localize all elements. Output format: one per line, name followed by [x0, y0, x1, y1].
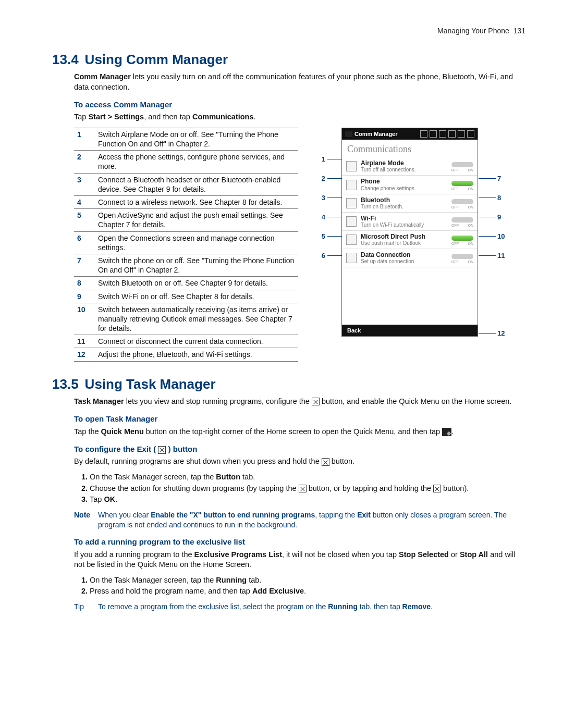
signal-1x-icon	[430, 130, 437, 138]
section-num: 13.4	[52, 52, 79, 67]
callout-left: 2	[316, 174, 325, 183]
x-icon	[312, 398, 320, 405]
comm-row[interactable]: PhoneChange phone settingsOFFON	[342, 176, 478, 194]
definition-num: 3	[74, 173, 95, 195]
step: On the Task Manager screen, tap the Butt…	[90, 472, 525, 483]
task-manager-icon	[442, 428, 451, 436]
step: Press and hold the program name, and the…	[90, 586, 525, 597]
section-13-4-heading: 13.4Using Comm Manager	[52, 51, 525, 69]
signal-bars-icon	[439, 130, 446, 138]
callout-right: 7	[497, 174, 509, 183]
tip-label: Tip	[74, 602, 98, 612]
sub-add-exclusive: To add a running program to the exclusiv…	[74, 537, 525, 547]
row-icon	[346, 180, 357, 190]
definition-num: 9	[74, 290, 95, 303]
x-icon	[299, 485, 307, 492]
sub-open-task-manager: To open Task Manager	[74, 414, 525, 424]
row-title: Data Connection	[361, 252, 447, 258]
definition-text: Open ActiveSync and adjust the push emai…	[95, 209, 298, 231]
access-instructions: Tap Start > Settings, and then tap Commu…	[74, 112, 525, 122]
step: Choose the action for shutting down prog…	[90, 484, 525, 494]
definition-num: 11	[74, 335, 95, 348]
toggle[interactable]: OFFON	[451, 181, 473, 189]
back-softkey[interactable]: Back	[347, 327, 361, 335]
comm-row[interactable]: BluetoothTurn on Bluetooth.OFFON	[342, 194, 478, 213]
section-title: Using Task Manager	[85, 376, 216, 392]
battery-icon	[458, 130, 465, 138]
callout-left: 1	[316, 155, 325, 164]
definition-text: Access the phone settings, configure pho…	[95, 151, 298, 173]
definition-num: 5	[74, 209, 95, 231]
comm-row[interactable]: Data ConnectionSet up data connectionOFF…	[342, 249, 478, 267]
definition-text: Switch the phone on or off. See "Turning…	[95, 254, 298, 276]
definition-num: 8	[74, 277, 95, 290]
row-subtitle: Set up data connection	[361, 258, 447, 264]
callout-right: 11	[497, 251, 509, 261]
sub-access-comm-manager: To access Comm Manager	[74, 100, 525, 110]
windows-flag-icon	[345, 131, 352, 137]
comm-row[interactable]: Wi-FiTurn on Wi-Fi automaticallyOFFON	[342, 213, 478, 231]
section-13-5-heading: 13.5Using Task Manager	[52, 375, 525, 393]
definition-num: 1	[74, 128, 95, 150]
definition-num: 6	[74, 231, 95, 254]
row-title: Phone	[361, 178, 447, 185]
page-header: Managing Your Phone 131	[52, 26, 525, 36]
definition-num: 10	[74, 303, 95, 335]
definition-row: 4Connect to a wireless network. See Chap…	[74, 196, 298, 209]
x-icon	[158, 446, 166, 454]
section-13-4-intro: Comm Manager lets you easily turn on and…	[74, 72, 525, 92]
definition-row: 8Switch Bluetooth on or off. See Chapter…	[74, 277, 298, 290]
callout-left: 5	[316, 232, 325, 241]
comm-row[interactable]: Airplane ModeTurn off all connections.OF…	[342, 157, 478, 176]
definition-row: 11Connect or disconnect the current data…	[74, 335, 298, 348]
row-subtitle: Change phone settings	[361, 186, 447, 191]
note-text: When you clear Enable the "X" button to …	[98, 510, 525, 530]
tip-text: To remove a program from the exclusive l…	[98, 602, 525, 612]
screenshot-title: Comm Manager	[354, 130, 418, 138]
definition-text: Switch Bluetooth on or off. See Chapter …	[95, 277, 298, 290]
definition-row: 12Adjust the phone, Bluetooth, and Wi-Fi…	[74, 348, 298, 361]
row-icon	[346, 198, 357, 208]
callout-left: 6	[316, 251, 325, 261]
toggle[interactable]: OFFON	[451, 236, 473, 244]
row-subtitle: Use push mail for Outlook	[361, 240, 447, 246]
screenshot-softkeys: Back	[342, 325, 478, 336]
definition-num: 7	[74, 254, 95, 276]
add-exclusive-text: If you add a running program to the Excl…	[74, 550, 525, 570]
configure-exit-steps: On the Task Manager screen, tap the Butt…	[74, 472, 525, 505]
definition-row: 7Switch the phone on or off. See "Turnin…	[74, 254, 298, 276]
toggle[interactable]: OFFON	[451, 254, 473, 262]
comm-row[interactable]: Microsoft Direct PushUse push mail for O…	[342, 231, 478, 249]
comm-manager-definitions: 1Switch Airplane Mode on or off. See "Tu…	[74, 128, 298, 362]
definition-text: Connect or disconnect the current data c…	[95, 335, 298, 348]
definition-text: Adjust the phone, Bluetooth, and Wi-Fi s…	[95, 348, 298, 361]
row-title: Bluetooth	[361, 197, 447, 204]
step: On the Task Manager screen, tap the Runn…	[90, 575, 525, 586]
definition-row: 1Switch Airplane Mode on or off. See "Tu…	[74, 128, 298, 150]
page-number: 131	[513, 27, 525, 35]
section-title: Using Comm Manager	[85, 52, 228, 67]
toggle[interactable]: OFFON	[451, 162, 473, 170]
definition-row: 5Open ActiveSync and adjust the push ema…	[74, 209, 298, 231]
step: Tap OK.	[90, 495, 525, 505]
sub-configure-exit: To configure the Exit ( ) button	[74, 444, 525, 454]
x-icon	[433, 485, 441, 492]
row-subtitle: Turn off all connections.	[361, 167, 447, 172]
screenshot-subtitle: Communications	[342, 140, 478, 157]
add-exclusive-steps: On the Task Manager screen, tap the Runn…	[74, 575, 525, 597]
definition-row: 6Open the Connections screen and manage …	[74, 231, 298, 254]
note: Note When you clear Enable the "X" butto…	[74, 510, 525, 530]
bluetooth-status-icon	[420, 130, 427, 138]
callout-left: 4	[316, 213, 325, 222]
row-icon	[346, 161, 357, 171]
toggle[interactable]: OFFON	[451, 217, 473, 226]
definition-text: Connect a Bluetooth headset or other Blu…	[95, 173, 298, 195]
toggle[interactable]: OFFON	[451, 199, 473, 207]
row-title: Microsoft Direct Push	[361, 233, 447, 240]
section-num: 13.5	[52, 376, 79, 392]
row-title: Airplane Mode	[361, 160, 447, 167]
callout-right: 10	[497, 232, 509, 241]
section-13-5-intro: Task Manager lets you view and stop runn…	[74, 397, 525, 407]
definition-row: 2Access the phone settings, configure ph…	[74, 151, 298, 173]
tip: Tip To remove a program from the exclusi…	[74, 602, 525, 612]
